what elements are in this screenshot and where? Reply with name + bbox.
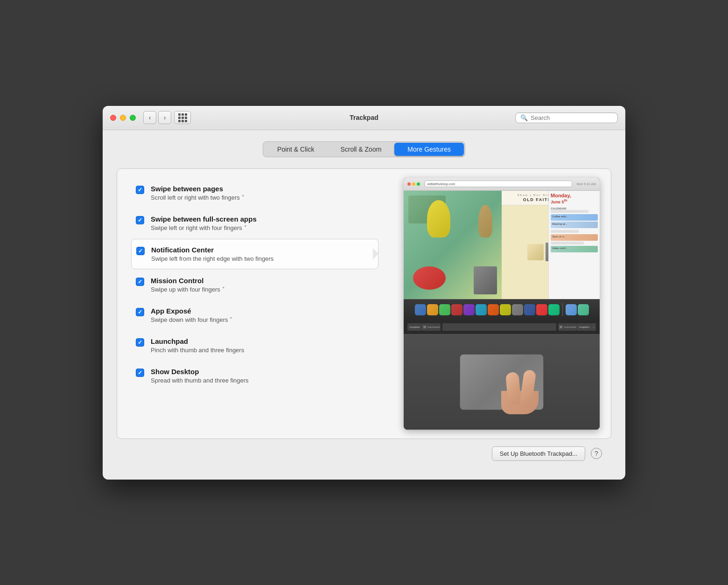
browser-max: [417, 182, 420, 186]
setting-desc-app-expose: Swipe down with four fingers ˅: [151, 316, 374, 323]
finger-index: [505, 371, 521, 405]
titlebar: ‹ › Trackpad 🔍: [103, 106, 625, 130]
tab-point-click[interactable]: Point & Click: [264, 143, 327, 156]
shop-image-left: [404, 191, 502, 299]
main-panel: ✓ Swipe between pages Scroll left or rig…: [117, 168, 611, 439]
setting-title-show-desktop: Show Desktop: [151, 368, 374, 376]
setting-item-swipe-apps[interactable]: ✓ Swipe between full-screen apps Swipe l…: [131, 209, 378, 238]
preview-area: oldfaithfulshop.com Mon 9:41 AM: [392, 169, 611, 439]
setting-item-swipe-pages[interactable]: ✓ Swipe between pages Scroll left or rig…: [131, 178, 378, 208]
dock-icon-5: [463, 304, 475, 315]
setting-desc-notification-center: Swipe left from the right edge with two …: [151, 255, 373, 262]
browser-min: [412, 182, 415, 186]
checkbox-notification-center[interactable]: ✓: [136, 247, 145, 255]
search-box[interactable]: 🔍: [515, 112, 618, 123]
dock-icon-8: [500, 304, 511, 315]
dock-icon-7: [488, 304, 499, 315]
search-icon: 🔍: [520, 114, 528, 121]
shop-right-panel: Shop | Our Story | Contact Us OLD FAITHF…: [502, 191, 600, 299]
browser-url: oldfaithfulshop.com: [425, 181, 572, 187]
maximize-button[interactable]: [130, 115, 136, 121]
chevron-icon-3: ˅: [222, 286, 225, 292]
bluetooth-button[interactable]: Set Up Bluetooth Trackpad...: [492, 446, 585, 461]
key-command-left: ⌘command: [422, 323, 441, 331]
window-title: Trackpad: [350, 114, 378, 121]
content-area: Point & Click Scroll & Zoom More Gesture…: [103, 130, 625, 480]
search-input[interactable]: [531, 114, 613, 121]
checkbox-show-desktop[interactable]: ✓: [136, 369, 144, 377]
browser-traffic-lights: [407, 182, 420, 186]
checkbox-swipe-apps[interactable]: ✓: [136, 216, 144, 224]
settings-list: ✓ Swipe between pages Scroll left or rig…: [117, 169, 392, 439]
help-button[interactable]: ?: [591, 448, 602, 459]
setting-item-show-desktop[interactable]: ✓ Show Desktop Spread with thumb and thr…: [131, 361, 378, 390]
close-button[interactable]: [110, 115, 116, 121]
chevron-icon: ˅: [242, 195, 245, 201]
browser-close: [407, 182, 411, 186]
dock-icon-12: [548, 304, 560, 315]
back-button[interactable]: ‹: [143, 111, 156, 124]
tab-more-gestures[interactable]: More Gestures: [394, 143, 464, 156]
setting-item-mission-control[interactable]: ✓ Mission Control Swipe up with four fin…: [131, 270, 378, 299]
key-option-right: altoption: [577, 323, 591, 331]
chevron-icon-4: ˅: [230, 317, 232, 323]
dock-icon-14: [578, 304, 589, 315]
forward-button[interactable]: ›: [158, 111, 171, 124]
minimize-button[interactable]: [120, 115, 126, 121]
setting-desc-launchpad: Pinch with thumb and three fingers: [151, 347, 374, 354]
tabs: Point & Click Scroll & Zoom More Gesture…: [263, 141, 465, 157]
setting-title-mission-control: Mission Control: [151, 277, 374, 285]
setting-item-launchpad[interactable]: ✓ Launchpad Pinch with thumb and three f…: [131, 331, 378, 360]
chevron-icon-2: ˅: [244, 225, 247, 231]
tabs-container: Point & Click Scroll & Zoom More Gesture…: [117, 141, 611, 157]
keyboard-area: altoption ⌘command ⌘command altoption: [404, 320, 600, 430]
dock-icon-10: [524, 304, 535, 315]
setting-desc-swipe-apps: Swipe left or right with four fingers ˅: [151, 224, 374, 231]
checkbox-launchpad[interactable]: ✓: [136, 338, 144, 347]
calendar-panel: Monday, June 5th CALENDAR Coffee with...…: [548, 205, 600, 299]
dock-icon-1: [415, 304, 426, 315]
setting-title-swipe-pages: Swipe between pages: [151, 185, 374, 193]
preview-browser: oldfaithfulshop.com Mon 9:41 AM: [404, 178, 600, 299]
key-arrow: ›: [591, 323, 596, 331]
keyboard-bottom-bar: altoption ⌘command ⌘command altoption: [404, 320, 600, 334]
key-command-right: ⌘command: [558, 323, 577, 331]
setting-title-launchpad: Launchpad: [151, 337, 374, 345]
hand-fingers: [478, 363, 539, 414]
dock-icon-9: [512, 304, 523, 315]
setting-title-app-expose: App Exposé: [151, 307, 374, 315]
traffic-lights: [110, 115, 136, 121]
setting-title-notification-center: Notification Center: [151, 246, 373, 254]
window: ‹ › Trackpad 🔍 Point & Click Scroll & Zo…: [103, 106, 625, 480]
preview-image: oldfaithfulshop.com Mon 9:41 AM: [404, 178, 600, 430]
dock-icon-6: [476, 304, 487, 315]
dock-icon-3: [439, 304, 450, 315]
footer: Set Up Bluetooth Trackpad... ?: [117, 439, 611, 468]
key-option-left: altoption: [407, 323, 422, 331]
spacebar: [442, 323, 557, 331]
dock-bar: [404, 299, 600, 320]
dock-icon-11: [536, 304, 547, 315]
dock-icon-2: [427, 304, 438, 315]
setting-title-swipe-apps: Swipe between full-screen apps: [151, 215, 374, 223]
browser-chrome: oldfaithfulshop.com Mon 9:41 AM: [404, 178, 600, 191]
nav-buttons: ‹ ›: [143, 111, 171, 124]
setting-item-app-expose[interactable]: ✓ App Exposé Swipe down with four finger…: [131, 300, 378, 330]
setting-desc-mission-control: Swipe up with four fingers ˅: [151, 286, 374, 293]
setting-desc-swipe-pages: Scroll left or right with two fingers ˅: [151, 194, 374, 201]
setting-item-notification-center[interactable]: ✓ Notification Center Swipe left from th…: [131, 239, 378, 269]
checkbox-swipe-pages[interactable]: ✓: [136, 186, 144, 194]
tab-scroll-zoom[interactable]: Scroll & Zoom: [327, 143, 394, 156]
dock-icon-4: [451, 304, 462, 315]
checkbox-app-expose[interactable]: ✓: [136, 308, 144, 316]
shop-content: Shop | Our Story | Contact Us OLD FAITHF…: [404, 191, 600, 299]
grid-icon: [178, 113, 187, 122]
browser-time: Mon 9:41 AM: [577, 182, 596, 186]
checkbox-mission-control[interactable]: ✓: [136, 278, 144, 286]
setting-desc-show-desktop: Spread with thumb and three fingers: [151, 377, 374, 384]
grid-button[interactable]: [174, 111, 191, 124]
trackpad-area: [404, 334, 600, 430]
trackpad: [460, 354, 544, 410]
dock-icon-13: [566, 304, 577, 315]
